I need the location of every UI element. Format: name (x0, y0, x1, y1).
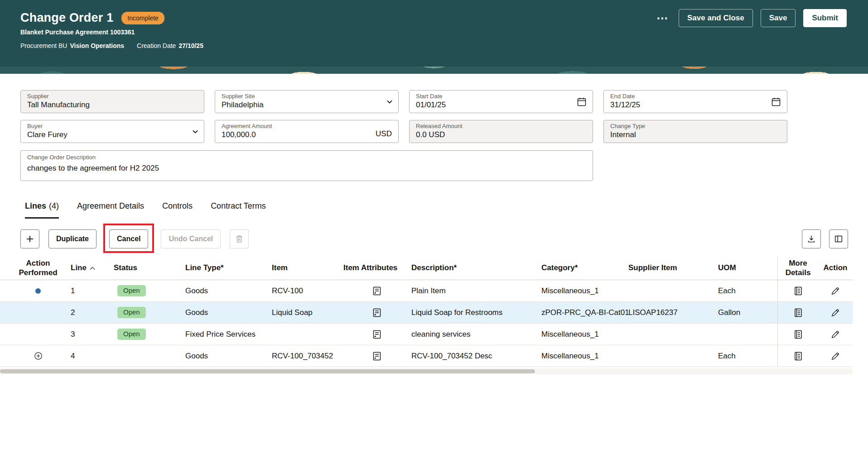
tab-lines-label: Lines (25, 201, 46, 210)
end-date-field[interactable]: End Date 31/12/25 (603, 90, 787, 113)
supplier-site-field[interactable]: Supplier Site Philadelphia (215, 90, 399, 113)
chevron-down-icon[interactable] (192, 129, 198, 134)
more-details-cell[interactable] (777, 280, 818, 301)
start-date-value: 01/01/25 (416, 100, 586, 110)
item: Liquid Soap (270, 302, 342, 323)
supplier-site-label: Supplier Site (222, 93, 392, 100)
supplier-item (628, 324, 718, 345)
delete-line-button[interactable] (230, 229, 249, 248)
column-header-line-type[interactable]: Line Type* (184, 257, 270, 280)
item-attributes-icon[interactable] (371, 329, 382, 340)
supplier-field: Supplier Tall Manufacturing (20, 90, 204, 113)
category: Miscellaneous_1 (541, 280, 628, 301)
save-and-close-button[interactable]: Save and Close (679, 9, 753, 27)
table-row[interactable]: 3 Open Fixed Price Services cleaning ser… (0, 324, 853, 345)
action-cell[interactable] (818, 280, 853, 301)
more-details-cell[interactable] (777, 324, 818, 345)
start-date-label: Start Date (416, 93, 586, 100)
action-cell[interactable] (818, 324, 853, 345)
agreement-amount-label: Agreement Amount (222, 123, 392, 130)
column-header-action-performed[interactable]: Action Performed (20, 257, 56, 280)
item-attributes-cell[interactable] (342, 302, 411, 323)
page-header: Change Order 1 Incomplete Blanket Purcha… (0, 0, 868, 67)
change-type-value: Internal (610, 130, 781, 139)
column-header-action[interactable]: Action (818, 257, 853, 280)
scrollbar-thumb[interactable] (0, 369, 535, 373)
description: Liquid Soap for Restrooms (411, 302, 541, 323)
column-header-supplier-item[interactable]: Supplier Item (628, 257, 718, 280)
action-cell[interactable] (818, 345, 853, 367)
more-actions-button[interactable]: ⋯ (654, 9, 671, 27)
tab-controls[interactable]: Controls (162, 201, 193, 219)
edit-icon[interactable] (830, 329, 840, 339)
chevron-down-icon[interactable] (386, 100, 393, 104)
more-details-icon[interactable] (793, 351, 804, 362)
column-header-more-details[interactable]: More Details (777, 257, 818, 280)
calendar-icon[interactable] (576, 96, 587, 107)
change-order-description-field[interactable]: Change Order Description changes to the … (20, 150, 593, 181)
column-header-line[interactable]: Line (56, 257, 112, 280)
procurement-bu-value: Vision Operations (70, 42, 124, 49)
more-details-icon[interactable] (793, 307, 804, 318)
manage-columns-button[interactable] (829, 229, 848, 248)
decorative-banner (0, 67, 868, 74)
sort-ascending-icon[interactable] (89, 266, 96, 270)
edit-icon[interactable] (830, 308, 840, 318)
description: cleaning services (411, 324, 541, 345)
supplier-item (628, 345, 718, 367)
status-cell: Open (112, 280, 184, 301)
table-row[interactable]: 2 Open Goods Liquid Soap Liquid Soap for… (0, 302, 853, 324)
tab-agreement-details[interactable]: Agreement Details (77, 201, 144, 219)
edit-icon[interactable] (830, 351, 840, 361)
calendar-icon[interactable] (771, 96, 781, 107)
export-button[interactable] (802, 229, 821, 248)
edit-icon[interactable] (830, 286, 840, 296)
horizontal-scrollbar (0, 368, 853, 374)
line-type: Goods (184, 280, 270, 301)
buyer-field[interactable]: Buyer Clare Furey (20, 120, 204, 143)
more-details-icon[interactable] (793, 286, 804, 296)
tab-lines[interactable]: Lines(4) (25, 201, 59, 219)
change-type-field: Change Type Internal (603, 120, 787, 143)
description: Plain Item (411, 280, 541, 301)
table-row[interactable]: 4 Goods RCV-100_703452 RCV-100_703452 De… (0, 345, 853, 367)
tab-contract-terms[interactable]: Contract Terms (211, 201, 266, 219)
submit-button[interactable]: Submit (803, 9, 847, 27)
column-header-item-attributes[interactable]: Item Attributes (342, 257, 411, 280)
column-header-uom[interactable]: UOM (718, 257, 777, 280)
description-label: Change Order Description (27, 154, 586, 161)
column-header-category[interactable]: Category* (541, 257, 628, 280)
cancel-line-button[interactable]: Cancel (109, 229, 148, 248)
released-amount-field: Released Amount 0.0 USD (409, 120, 593, 143)
column-header-description[interactable]: Description* (411, 257, 541, 280)
more-details-icon[interactable] (793, 329, 804, 340)
item-attributes-icon[interactable] (371, 351, 382, 362)
add-line-button[interactable] (20, 229, 39, 248)
line-type: Goods (184, 302, 270, 323)
save-button[interactable]: Save (761, 9, 796, 27)
item-attributes-cell[interactable] (342, 345, 411, 367)
agreement-amount-value: 100,000.0 (222, 130, 392, 139)
category: Miscellaneous_1 (541, 324, 628, 345)
item-attributes-cell[interactable] (342, 280, 411, 301)
column-header-status[interactable]: Status (112, 257, 184, 280)
item-attributes-icon[interactable] (371, 286, 382, 296)
more-details-cell[interactable] (777, 345, 818, 367)
action-cell[interactable] (818, 302, 853, 323)
duplicate-button[interactable]: Duplicate (48, 229, 96, 248)
more-details-cell[interactable] (777, 302, 818, 323)
end-date-label: End Date (610, 93, 781, 100)
description: RCV-100_703452 Desc (411, 345, 541, 367)
creation-date-value: 27/10/25 (178, 42, 203, 49)
item-attributes-cell[interactable] (342, 324, 411, 345)
action-performed-cell (20, 324, 56, 345)
uom: Each (718, 280, 777, 301)
item-attributes-icon[interactable] (371, 307, 382, 318)
undo-cancel-button[interactable]: Undo Cancel (161, 229, 221, 248)
column-header-item[interactable]: Item (270, 257, 342, 280)
table-header-row: Action Performed Line Status Line Type* … (0, 257, 853, 280)
agreement-amount-field[interactable]: Agreement Amount 100,000.0 USD (215, 120, 399, 143)
change-type-label: Change Type (610, 123, 781, 130)
start-date-field[interactable]: Start Date 01/01/25 (409, 90, 593, 113)
table-row[interactable]: 1 Open Goods RCV-100 Plain Item Miscella… (0, 280, 853, 302)
